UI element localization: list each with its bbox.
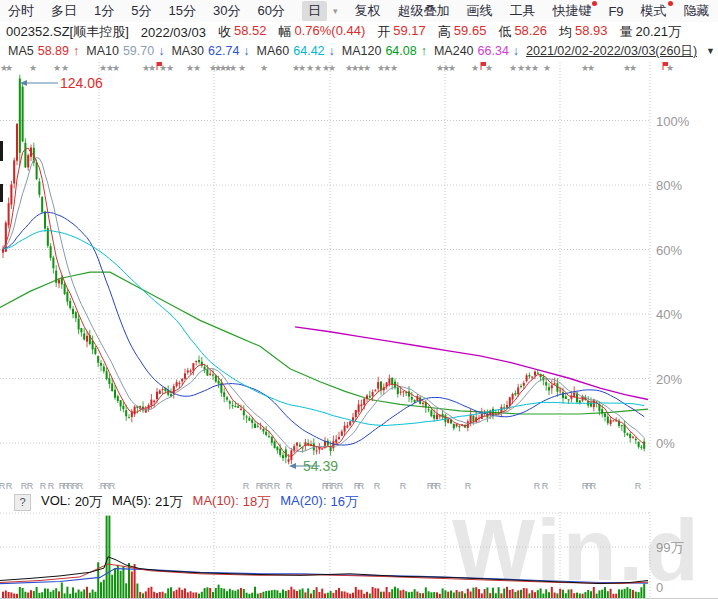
period-high-annotation: 124.06 <box>20 75 103 91</box>
toolbar: 分时 多日 1分 5分 15分 30分 60分 日 ▾ 复权 超级叠加 画线 工… <box>0 0 718 22</box>
help-icon[interactable]: ? <box>14 494 31 511</box>
period-dropdown-icon[interactable]: ▾ <box>333 6 338 16</box>
svg-text:0: 0 <box>656 580 663 595</box>
tab-5min[interactable]: 5分 <box>131 2 151 20</box>
svg-text:★: ★ <box>112 63 120 73</box>
field-change: 幅0.76%(0.44) <box>278 23 365 41</box>
svg-text:R: R <box>243 481 250 491</box>
svg-text:★: ★ <box>229 63 237 73</box>
candles-layer <box>2 75 645 465</box>
svg-text:40%: 40% <box>656 307 682 322</box>
svg-text:R: R <box>109 481 116 491</box>
svg-text:R: R <box>27 481 34 491</box>
svg-text:54.39: 54.39 <box>303 458 338 474</box>
quote-date: 2022/03/03 <box>141 25 206 40</box>
symbol-name[interactable]: 002352.SZ[顺丰控股] <box>6 23 129 41</box>
ma30-legend: MA3062.74↓ <box>171 44 249 58</box>
button-adjust-price[interactable]: 复权 <box>354 2 380 20</box>
vol-value: VOL:20万 <box>41 493 102 511</box>
svg-text:★: ★ <box>587 63 595 73</box>
svg-text:★: ★ <box>543 63 551 73</box>
svg-text:R: R <box>534 481 541 491</box>
svg-text:0%: 0% <box>656 436 675 451</box>
tab-1min[interactable]: 1分 <box>94 2 114 20</box>
svg-text:R: R <box>465 481 472 491</box>
wind-terminal-window: Win.d 100%80%60%40%20%0%99万0★★★★★★★★★★★★… <box>0 0 718 599</box>
quote-row: 002352.SZ[顺丰控股] 2022/03/03 收58.52 幅0.76%… <box>0 22 718 42</box>
svg-text:R: R <box>274 481 281 491</box>
field-avg: 均58.93 <box>559 23 608 41</box>
svg-text:R: R <box>267 481 274 491</box>
right-axis: 100%80%60%40%20%0%99万0 <box>656 114 690 596</box>
ma10-legend: MA1059.70↓ <box>86 44 164 58</box>
field-open: 开59.17 <box>377 23 426 41</box>
svg-text:124.06: 124.06 <box>60 75 103 91</box>
tab-timeline[interactable]: 分时 <box>8 2 34 20</box>
svg-text:★: ★ <box>298 63 306 73</box>
svg-text:★: ★ <box>148 63 156 73</box>
svg-text:80%: 80% <box>656 178 682 193</box>
svg-text:R: R <box>374 481 381 491</box>
field-low: 低58.26 <box>498 23 547 41</box>
period-low-annotation: 54.39 <box>289 458 338 474</box>
svg-text:★: ★ <box>328 63 336 73</box>
vol-ma5: MA(5):21万 <box>112 493 182 511</box>
svg-text:★: ★ <box>448 63 456 73</box>
ma120-line <box>0 272 648 414</box>
button-mode[interactable]: 模式 <box>641 2 667 20</box>
svg-text:★: ★ <box>5 63 13 73</box>
button-shortcuts[interactable]: 快捷键 <box>552 2 591 20</box>
vol-ma10: MA(10):18万 <box>193 493 271 511</box>
tab-multiday[interactable]: 多日 <box>51 2 77 20</box>
svg-text:100%: 100% <box>656 114 690 129</box>
svg-text:R: R <box>337 481 344 491</box>
svg-text:R: R <box>635 481 642 491</box>
button-f9[interactable]: F9 <box>608 4 623 19</box>
svg-text:R: R <box>400 481 407 491</box>
svg-text:99万: 99万 <box>656 540 683 555</box>
svg-text:20%: 20% <box>656 372 682 387</box>
svg-text:★: ★ <box>166 63 174 73</box>
volume-bars <box>2 516 645 598</box>
tab-daily[interactable]: 日 <box>302 1 327 21</box>
button-draw-line[interactable]: 画线 <box>466 2 492 20</box>
svg-text:R: R <box>435 481 442 491</box>
svg-text:60%: 60% <box>656 243 682 258</box>
ma120-legend: MA12064.08↑ <box>342 44 427 58</box>
tab-30min[interactable]: 30分 <box>213 2 240 20</box>
svg-text:R: R <box>48 481 55 491</box>
chevron-down-icon[interactable]: ▼ <box>706 46 715 56</box>
ma240-legend: MA24066.34↓ <box>434 44 519 58</box>
tab-15min[interactable]: 15分 <box>168 2 195 20</box>
tab-60min[interactable]: 60分 <box>257 2 284 20</box>
svg-text:★: ★ <box>314 63 322 73</box>
svg-text:R: R <box>542 481 549 491</box>
date-range-selector[interactable]: 2021/02/02-2022/03/03(260日) <box>526 43 697 60</box>
field-volume: 量20.21万 <box>619 23 681 41</box>
ma240-line <box>295 327 648 400</box>
button-super-overlay[interactable]: 超级叠加 <box>397 2 449 20</box>
svg-text:★: ★ <box>531 63 539 73</box>
svg-text:R: R <box>77 481 84 491</box>
event-star-icons[interactable]: ★★★★★★★★★★★★★★★★★★★★★★★★★★★★★★★★★★★★★★★★… <box>0 62 674 73</box>
ma60-line <box>3 231 644 426</box>
grid-layer <box>0 62 718 599</box>
svg-text:★: ★ <box>471 63 479 73</box>
svg-text:★: ★ <box>29 63 37 73</box>
svg-text:★: ★ <box>193 63 201 73</box>
svg-text:★: ★ <box>238 63 246 73</box>
field-close: 收58.52 <box>218 23 267 41</box>
svg-text:★: ★ <box>390 63 398 73</box>
button-tools[interactable]: 工具 <box>509 2 535 20</box>
volume-header: ? VOL:20万 MA(5):21万 MA(10):18万 MA(20):16… <box>0 492 718 512</box>
svg-text:★: ★ <box>61 63 69 73</box>
ex-dividend-r-marks[interactable]: RRRRRRRRRRRRRRRRRRRRRRRRRRRRRRRRRRRRRR <box>0 481 642 491</box>
svg-text:R: R <box>286 481 293 491</box>
svg-text:R: R <box>40 481 47 491</box>
field-high: 高59.65 <box>438 23 487 41</box>
button-hide[interactable]: 隐藏 <box>684 2 710 20</box>
ma60-legend: MA6064.42↓ <box>257 44 335 58</box>
svg-text:R: R <box>358 481 365 491</box>
svg-text:★: ★ <box>629 63 637 73</box>
svg-text:★: ★ <box>53 63 61 73</box>
